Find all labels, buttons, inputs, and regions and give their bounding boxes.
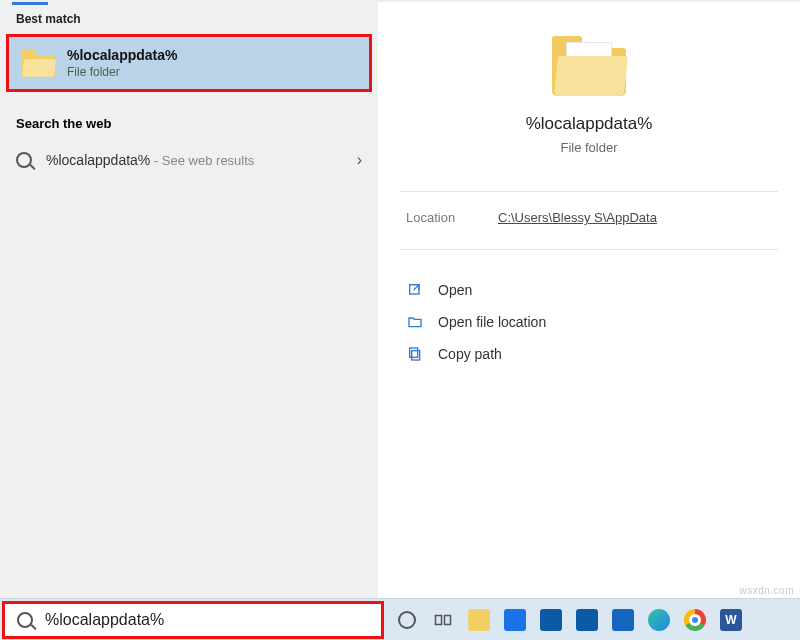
svg-rect-4: [445, 615, 451, 624]
copy-icon: [406, 346, 424, 362]
web-item-suffix: - See web results: [150, 153, 254, 168]
store-icon[interactable]: [536, 605, 566, 635]
chrome-icon[interactable]: [680, 605, 710, 635]
preview-title: %localappdata%: [378, 114, 800, 134]
folder-icon: [21, 49, 55, 77]
search-input[interactable]: [45, 611, 369, 629]
open-label: Open: [438, 282, 472, 298]
taskbar-search[interactable]: [2, 601, 384, 639]
search-icon: [16, 152, 32, 168]
edge-icon[interactable]: [644, 605, 674, 635]
app-icon-2[interactable]: [608, 605, 638, 635]
svg-rect-3: [436, 615, 442, 624]
mail-icon[interactable]: [500, 605, 530, 635]
location-path[interactable]: C:\Users\Blessy S\AppData: [498, 210, 657, 225]
best-match-title: %localappdata%: [67, 47, 177, 63]
copy-path-action[interactable]: Copy path: [396, 338, 782, 370]
cortana-icon[interactable]: [392, 605, 422, 635]
best-match-header: Best match: [0, 6, 378, 34]
search-icon: [17, 612, 33, 628]
location-label: Location: [406, 210, 498, 225]
file-explorer-icon[interactable]: [464, 605, 494, 635]
best-match-subtitle: File folder: [67, 65, 177, 79]
open-location-label: Open file location: [438, 314, 546, 330]
folder-open-icon: [406, 314, 424, 330]
app-icon[interactable]: [572, 605, 602, 635]
best-match-item[interactable]: %localappdata% File folder: [6, 34, 372, 92]
web-search-item[interactable]: %localappdata% - See web results ›: [0, 141, 378, 179]
chevron-right-icon: ›: [357, 151, 362, 169]
web-item-label: %localappdata%: [46, 152, 150, 168]
taskbar: W: [0, 598, 800, 640]
word-icon[interactable]: W: [716, 605, 746, 635]
folder-icon: [552, 36, 626, 96]
search-web-header: Search the web: [0, 98, 378, 141]
svg-rect-2: [410, 348, 418, 357]
task-view-icon[interactable]: [428, 605, 458, 635]
copy-path-label: Copy path: [438, 346, 502, 362]
preview-subtitle: File folder: [378, 140, 800, 155]
open-icon: [406, 282, 424, 298]
svg-rect-1: [412, 351, 420, 360]
open-location-action[interactable]: Open file location: [396, 306, 782, 338]
watermark: wsxdn.com: [739, 585, 794, 596]
open-action[interactable]: Open: [396, 274, 782, 306]
